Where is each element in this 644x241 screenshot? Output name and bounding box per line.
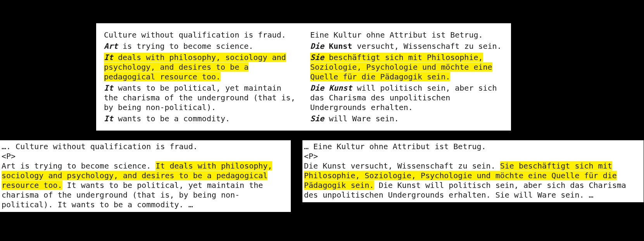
lead-word: Sie [310, 53, 324, 62]
text: … Eine Kultur ohne Attribut ist Betrug. [304, 142, 486, 151]
sentence-pair: Culture without qualification is fraud. … [104, 30, 503, 40]
sentence-en: It deals with philosophy, sociology and … [104, 53, 297, 82]
source-paragraph-en: …. Culture without qualification is frau… [0, 140, 291, 212]
lead-word: Die [310, 41, 324, 51]
sentence-de: Sie will Ware sein. [310, 114, 503, 124]
text [324, 41, 329, 51]
lead-word: Die Kunst [310, 83, 352, 93]
lead-word: Kunst [329, 41, 352, 51]
text: is trying to become science. [118, 41, 253, 51]
text: Die Kunst versucht, Wissenschaft zu sein… [304, 161, 500, 170]
lead-word: It [104, 114, 113, 123]
sentence-pair: It wants to be a commodity. Sie will War… [104, 114, 503, 124]
aligned-sentence-panel: Culture without qualification is fraud. … [96, 23, 511, 131]
text: beschäftigt sich mit Philosophie, Soziol… [310, 53, 492, 81]
text: Art is trying to become science. [2, 161, 155, 170]
lead-word: Art [104, 41, 118, 51]
text: Culture without qualification is fraud. [104, 30, 286, 40]
sentence-en: Art is trying to become science. [104, 41, 297, 51]
text: deals with philosophy, sociology and psy… [104, 53, 286, 81]
highlight: It deals with philosophy, sociology and … [104, 53, 286, 81]
sentence-de: Sie beschäftigt sich mit Philosophie, So… [310, 53, 503, 82]
text: …. Culture without qualification is frau… [2, 142, 198, 151]
paragraph-tag: <P> [2, 151, 289, 161]
text: versucht, Wissenschaft zu sein. [352, 41, 501, 51]
text: Eine Kultur ohne Attribut ist Betrug. [310, 30, 483, 40]
stage: Culture without qualification is fraud. … [0, 0, 644, 241]
sentence-en: Culture without qualification is fraud. [104, 30, 297, 40]
sentence-de: Eine Kultur ohne Attribut ist Betrug. [310, 30, 503, 40]
paragraph-tag: <P> [304, 151, 642, 161]
text: wants to be political, yet maintain the … [104, 83, 295, 112]
lead-word: Sie [310, 114, 324, 123]
sentence-pair: It wants to be political, yet maintain t… [104, 83, 503, 112]
highlight: Sie beschäftigt sich mit Philosophie, So… [310, 53, 492, 81]
sentence-de: Die Kunst versucht, Wissenschaft zu sein… [310, 41, 503, 51]
source-paragraph-de: … Eine Kultur ohne Attribut ist Betrug. … [302, 140, 644, 202]
sentence-pair: Art is trying to become science. Die Kun… [104, 41, 503, 51]
sentence-pair: It deals with philosophy, sociology and … [104, 53, 503, 82]
text: will Ware sein. [324, 114, 399, 123]
sentence-de: Die Kunst will politisch sein, aber sich… [310, 83, 503, 112]
sentence-en: It wants to be political, yet maintain t… [104, 83, 297, 112]
sentence-en: It wants to be a commodity. [104, 114, 297, 124]
lead-word: It [104, 53, 113, 62]
text: wants to be a commodity. [113, 114, 230, 123]
lead-word: It [104, 83, 113, 93]
